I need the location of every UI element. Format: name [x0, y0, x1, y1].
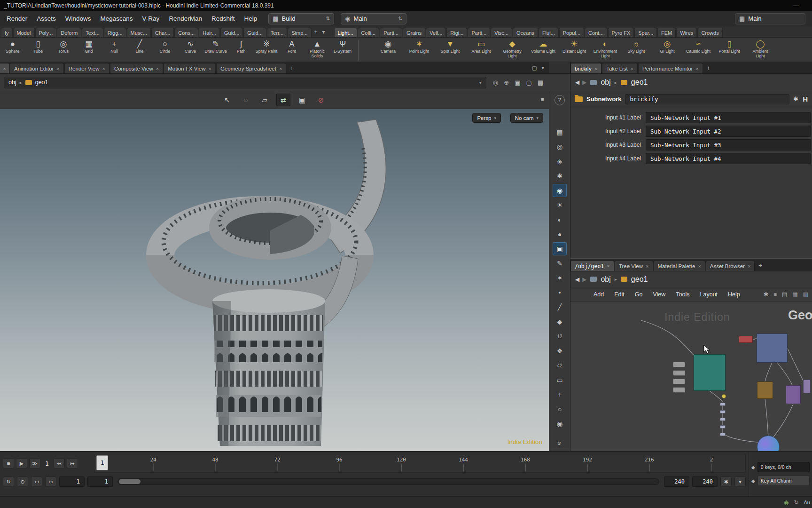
auto-update-label[interactable]: Au: [804, 500, 810, 505]
pane-tab-partial[interactable]: ×: [0, 63, 9, 73]
shelf-tab[interactable]: Visc...: [491, 28, 512, 37]
menu-item[interactable]: RenderMan: [164, 13, 207, 24]
network-node[interactable]: [720, 403, 726, 406]
shelf-tool[interactable]: ● Sphere: [0, 39, 25, 58]
badge-42[interactable]: 42: [553, 359, 567, 372]
shelf-tab[interactable]: FEM: [657, 28, 676, 37]
shelf-tab[interactable]: Cons...: [174, 28, 198, 37]
network-node[interactable]: [739, 336, 753, 343]
pin-icon[interactable]: ◎: [493, 79, 498, 86]
loop-mode-button[interactable]: ↻: [3, 476, 14, 487]
shelf-tool[interactable]: ◎ GI Light: [652, 39, 683, 58]
shelf-tab[interactable]: Parti...: [380, 28, 402, 37]
status-indicator-icon[interactable]: ◉: [784, 499, 789, 506]
network-node[interactable]: [786, 385, 801, 404]
knife-icon[interactable]: ◆: [553, 315, 567, 328]
step-back-button[interactable]: ↤: [54, 458, 65, 468]
close-tab-icon[interactable]: ×: [102, 66, 105, 71]
shelf-tab[interactable]: Text...: [82, 28, 103, 37]
move-tool-icon[interactable]: ▱: [258, 94, 272, 106]
shelf-tab[interactable]: Terr...: [267, 28, 288, 37]
shelf-tool[interactable]: ∿ Curve: [178, 39, 203, 58]
pane-tab[interactable]: /obj/geo1 ×: [570, 261, 614, 271]
shelf-tool[interactable]: A Font: [279, 39, 304, 58]
shelf-tab[interactable]: Hair...: [199, 28, 220, 37]
nav-back-icon[interactable]: ◀: [575, 276, 579, 283]
pane-tab[interactable]: brickify ×: [570, 63, 601, 73]
frame-range-slider[interactable]: [117, 478, 659, 485]
mute-icon[interactable]: ⊘: [314, 94, 328, 106]
help-icon[interactable]: ?: [554, 95, 565, 105]
shelf-tab[interactable]: Colli...: [358, 28, 380, 37]
wrench-icon[interactable]: ✱: [764, 291, 768, 298]
list-icon[interactable]: ≡: [773, 291, 777, 298]
refresh-icon[interactable]: ↻: [794, 499, 798, 506]
shelf-tool[interactable]: ※ Spray Paint: [254, 39, 279, 58]
hand-icon[interactable]: ❖: [553, 344, 567, 357]
layout-single-icon[interactable]: ▣: [515, 79, 520, 86]
new-tab-icon[interactable]: +: [755, 262, 765, 269]
more-below-icon[interactable]: »: [553, 437, 566, 451]
ruler-icon[interactable]: ▭: [553, 373, 567, 387]
layout-split-icon[interactable]: ▢: [526, 79, 531, 86]
network-node[interactable]: [722, 394, 726, 398]
grid-icon[interactable]: ▦: [792, 291, 797, 298]
shelf-tab[interactable]: Rigi...: [446, 28, 467, 37]
window-minimize-icon[interactable]: —: [793, 2, 799, 9]
menu-item[interactable]: Go: [630, 291, 648, 298]
parameter-value-field[interactable]: Sub-Network Input #2: [646, 126, 811, 137]
network-node[interactable]: [720, 425, 726, 429]
shaded-sphere-icon[interactable]: ●: [553, 228, 567, 241]
shelf-tool[interactable]: ▼ Spot Light: [435, 39, 466, 58]
breadcrumb-node[interactable]: geo1: [631, 78, 648, 87]
shelf-tab[interactable]: Guid...: [220, 28, 243, 37]
breadcrumb-node[interactable]: geo1: [35, 79, 48, 86]
pane-tab[interactable]: Asset Browser ×: [706, 261, 755, 271]
global-end-field[interactable]: 240: [692, 476, 718, 487]
menu-item[interactable]: View: [648, 291, 671, 298]
network-editor-canvas[interactable]: Indie Edition Geo: [570, 302, 812, 451]
pane-tab[interactable]: Tree View ×: [615, 261, 653, 271]
menu-item[interactable]: Render: [2, 13, 32, 24]
axis-icon[interactable]: +: [553, 388, 567, 401]
play-button[interactable]: ▶: [16, 458, 27, 468]
pane-tab[interactable]: Performance Monitor ×: [638, 63, 703, 73]
gear-icon[interactable]: ✱: [793, 95, 798, 103]
breadcrumb-root[interactable]: obj: [601, 78, 610, 87]
shelf-tab[interactable]: Deform: [57, 28, 81, 37]
shelf-tab[interactable]: Simp...: [288, 28, 311, 37]
pane-tab[interactable]: Render View ×: [64, 63, 109, 73]
fast-forward-button[interactable]: ≫: [29, 458, 40, 468]
shelf-tool[interactable]: ✎ Draw Curve: [203, 39, 228, 58]
lamp-icon[interactable]: ☀: [553, 198, 567, 212]
shelf-tab[interactable]: Oceans: [513, 28, 538, 37]
shelf-tab[interactable]: Vell...: [426, 28, 446, 37]
pane-tab[interactable]: Take List ×: [602, 63, 638, 73]
display-options-icon[interactable]: ▣: [553, 242, 567, 255]
realtime-toggle-button[interactable]: ⊙: [17, 476, 28, 487]
context-path-field[interactable]: obj ▸ geo1 ▾: [4, 77, 486, 88]
parameter-value-field[interactable]: Sub-Network Input #4: [646, 153, 811, 164]
menu-item[interactable]: Tools: [671, 291, 695, 298]
rows-icon[interactable]: ▤: [782, 291, 787, 298]
handles-toggle-icon[interactable]: ⇄: [276, 94, 290, 106]
close-tab-icon[interactable]: ×: [3, 66, 6, 71]
shelf-tab[interactable]: Cont...: [585, 28, 607, 37]
shelf-tab[interactable]: Light...: [334, 28, 357, 37]
view-box-icon[interactable]: ▣: [295, 94, 309, 106]
pane-maximize-icon[interactable]: ▢: [532, 65, 537, 71]
spinner-icon[interactable]: ⇅: [326, 16, 330, 22]
close-tab-icon[interactable]: ×: [156, 66, 159, 71]
breadcrumb-node[interactable]: geo1: [631, 275, 648, 284]
view-tool-icon[interactable]: ◉: [553, 184, 567, 197]
pane-tab[interactable]: Geometry Spreadsheet ×: [216, 63, 286, 73]
shelf-tool[interactable]: ╱ Line: [127, 39, 152, 58]
slash-icon[interactable]: ╱: [553, 301, 567, 314]
stop-button[interactable]: ■: [3, 458, 14, 468]
shelf-tab[interactable]: Popul...: [559, 28, 584, 37]
shelf-tool[interactable]: ☼ Sky Light: [621, 39, 652, 58]
shelf-tab[interactable]: Poly...: [35, 28, 57, 37]
shelf-tool[interactable]: ☁ Volume Light: [528, 39, 559, 58]
shelf-tab[interactable]: Musc...: [127, 28, 151, 37]
lock-icon[interactable]: ◈: [553, 155, 567, 168]
